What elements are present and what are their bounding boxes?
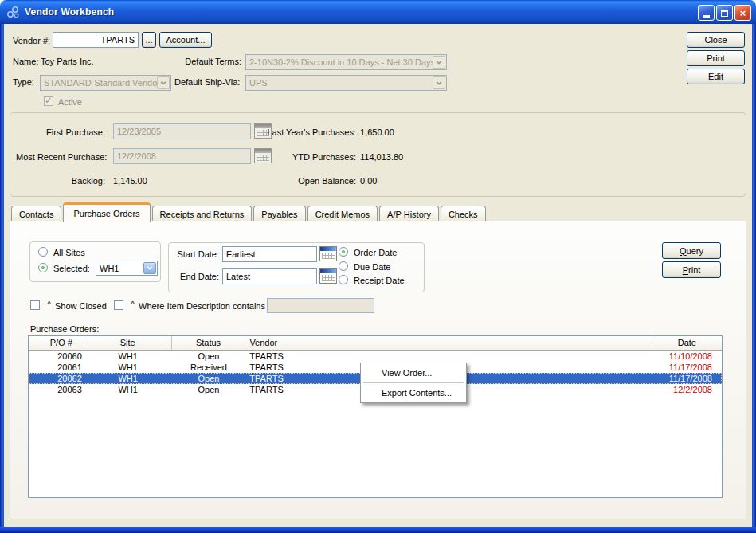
type-value: STANDARD-Standard Vendor (44, 78, 160, 88)
name-value: Toy Parts Inc. (41, 57, 94, 66)
default-terms-label: Default Terms: (167, 57, 241, 66)
order-date-label: Order Date (354, 248, 397, 257)
po-cell: 20063 (29, 384, 84, 395)
close-button[interactable]: Close (687, 32, 745, 48)
all-sites-radio[interactable] (38, 247, 48, 257)
po-cell: 20062 (29, 373, 84, 384)
tab-contacts[interactable]: Contacts (11, 206, 61, 221)
end-date-input[interactable]: Latest (222, 268, 317, 284)
open-balance-value: 0.00 (360, 176, 377, 186)
vendor-number-label: Vendor #: (13, 36, 50, 45)
window-border-bottom (0, 527, 756, 533)
receipt-date-radio[interactable] (339, 275, 348, 284)
end-date-label: End Date: (168, 272, 219, 281)
column-header-vendor[interactable]: Vendor (245, 336, 656, 350)
account-button[interactable]: Account... (159, 32, 212, 48)
first-purchase-label: First Purchase: (16, 127, 105, 137)
selected-site-radio[interactable] (38, 263, 48, 272)
calendar-icon[interactable] (319, 246, 337, 261)
edit-button[interactable]: Edit (687, 69, 745, 84)
purchase-orders-table: P/O # Site Status Vendor Date 20060WH1Op… (28, 335, 723, 498)
recent-purchase-label: Most Recent Purchase: (16, 152, 105, 162)
tab-a-p-history[interactable]: A/P History (379, 206, 439, 221)
site-cell: WH1 (84, 373, 172, 384)
selected-site-label: Selected: (53, 264, 90, 273)
tab-purchase-orders[interactable]: Purchase Orders (63, 202, 150, 222)
minimize-icon (703, 15, 710, 18)
calendar-icon[interactable] (319, 268, 337, 284)
close-icon: × (740, 8, 746, 18)
default-shipvia-label: Default Ship-Via: (174, 77, 240, 87)
titlebar: Vendor Workbench × (0, 0, 756, 24)
site-cell: WH1 (84, 351, 172, 362)
ytd-purchases-value: 114,013.80 (360, 152, 403, 162)
context-menu: View Order...Export Contents... (360, 363, 467, 403)
purchase-orders-section-label: Purchase Orders: (30, 324, 99, 334)
default-shipvia-combo: UPS (245, 75, 447, 91)
chevron-down-icon (157, 76, 170, 89)
chevron-down-icon[interactable] (143, 262, 156, 274)
start-date-input[interactable]: Earliest (222, 246, 317, 262)
receipt-date-label: Receipt Date (354, 276, 405, 285)
window-title: Vendor Workbench (25, 6, 114, 18)
date-cell: 12/2/2008 (656, 384, 722, 395)
all-sites-label: All Sites (53, 248, 85, 257)
tab-checks[interactable]: Checks (441, 206, 486, 221)
tab-bar: ContactsPurchase OrdersReceipts and Retu… (11, 202, 488, 221)
tab-payables[interactable]: Payables (253, 206, 305, 221)
default-shipvia-value: UPS (249, 78, 268, 88)
vendor-lookup-button[interactable]: ... (142, 32, 156, 48)
filter-caret-icon (47, 300, 51, 308)
query-button[interactable]: Query (662, 242, 721, 259)
where-contains-input (267, 298, 374, 313)
open-balance-label: Open Balance: (191, 176, 356, 186)
maximize-button[interactable] (716, 5, 733, 21)
print-button[interactable]: Print (687, 50, 745, 66)
window-border-right (752, 24, 756, 527)
tab-receipts-and-returns[interactable]: Receipts and Returns (152, 206, 253, 221)
site-combo-value: WH1 (100, 264, 119, 273)
menu-item-export-contents[interactable]: Export Contents... (361, 383, 466, 402)
vendor-workbench-window: Vendor Workbench × Vendor #: TPARTS ... … (0, 0, 756, 533)
due-date-radio[interactable] (339, 261, 348, 271)
show-closed-label: Show Closed (55, 301, 107, 311)
table-row-po-20060[interactable]: 20060WH1OpenTPARTS11/10/2008 (29, 351, 722, 362)
last-year-purchases-value: 1,650.00 (360, 127, 394, 137)
column-header-date[interactable]: Date (656, 336, 722, 350)
app-icon (6, 6, 20, 19)
column-header-po[interactable]: P/O # (29, 336, 84, 350)
column-header-site[interactable]: Site (84, 336, 172, 350)
where-contains-checkbox[interactable] (114, 300, 123, 310)
maximize-icon (721, 10, 728, 17)
type-label: Type: (13, 77, 34, 87)
table-header-row: P/O # Site Status Vendor Date (29, 336, 722, 351)
backlog-value: 1,145.00 (113, 176, 147, 186)
tab-credit-memos[interactable]: Credit Memos (307, 206, 378, 221)
start-date-label: Start Date: (168, 249, 219, 259)
name-label: Name: (13, 57, 38, 66)
window-border-left (0, 24, 4, 527)
menu-item-view-order[interactable]: View Order... (361, 363, 466, 382)
site-cell: WH1 (84, 384, 172, 395)
po-cell: 20061 (29, 362, 84, 373)
show-closed-checkbox[interactable] (30, 300, 40, 310)
column-header-status[interactable]: Status (172, 336, 246, 350)
date-cell: 11/17/2008 (656, 373, 722, 384)
status-cell: Open (172, 351, 246, 362)
vendor-number-input[interactable]: TPARTS (53, 32, 139, 48)
where-contains-label: Where Item Description contains (139, 301, 265, 311)
status-cell: Open (172, 373, 246, 384)
order-date-radio[interactable] (339, 247, 348, 257)
print-query-button[interactable]: Print (662, 261, 721, 278)
po-cell: 20060 (29, 351, 84, 362)
type-combo: STANDARD-Standard Vendor (40, 75, 171, 91)
site-combo[interactable]: WH1 (96, 261, 158, 276)
active-checkbox: ✓ (44, 96, 53, 106)
active-label: Active (58, 97, 82, 107)
close-window-button[interactable]: × (734, 5, 751, 21)
backlog-label: Backlog: (16, 176, 105, 186)
ytd-purchases-label: YTD Purchases: (191, 152, 356, 162)
minimize-button[interactable] (698, 5, 715, 21)
chevron-down-icon (433, 76, 445, 89)
filter-caret-icon (131, 300, 135, 308)
